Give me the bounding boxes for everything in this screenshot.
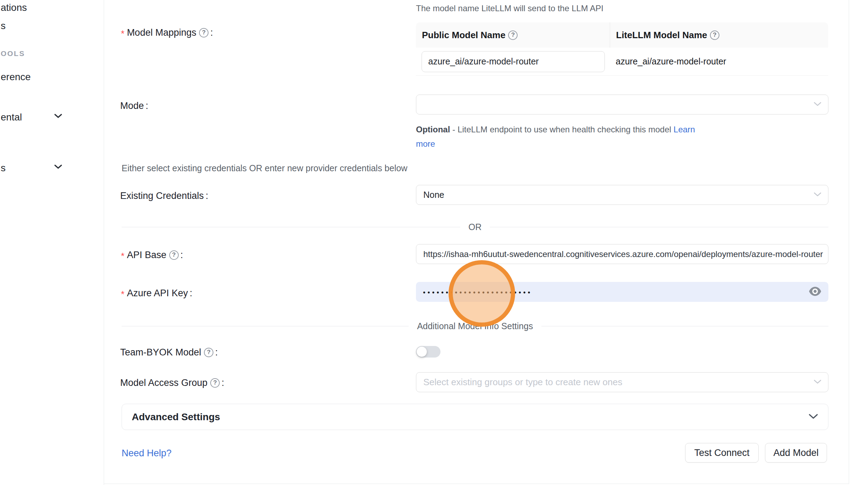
model-mappings-label: * Model Mappings ? : [121, 26, 213, 39]
add-model-button[interactable]: Add Model [765, 443, 827, 463]
chevron-down-icon[interactable] [54, 164, 62, 171]
table-header-row: Public Model Name ? LiteLLM Model Name ? [416, 22, 828, 48]
model-access-group-select[interactable]: Select existing groups or type to create… [416, 372, 828, 392]
required-asterisk: * [121, 287, 124, 300]
api-base-label: * API Base ? : [121, 249, 183, 262]
sidebar-item[interactable]: ations [1, 2, 27, 13]
required-asterisk: * [121, 26, 124, 39]
content-right-border [849, 0, 849, 484]
need-help-link[interactable]: Need Help? [122, 448, 172, 459]
help-icon[interactable]: ? [199, 28, 209, 37]
sidebar-item[interactable]: erence [1, 71, 31, 83]
public-model-name-input[interactable]: azure_ai/azure-model-router [422, 51, 605, 72]
existing-credentials-select[interactable]: None [416, 185, 828, 205]
mode-help-text: Optional - LiteLLM endpoint to use when … [416, 122, 700, 151]
sidebar-item[interactable]: s [1, 20, 6, 32]
litellm-model-name-value: azure_ai/azure-model-router [610, 56, 828, 67]
help-icon[interactable]: ? [710, 30, 719, 40]
eye-icon[interactable] [809, 287, 821, 297]
credentials-note: Either select existing credentials OR en… [122, 163, 408, 173]
help-icon[interactable]: ? [169, 250, 179, 260]
chevron-down-icon [813, 379, 822, 386]
sidebar-item[interactable]: ental [1, 112, 22, 123]
column-header-litellm-model-name: LiteLLM Model Name ? [610, 22, 828, 48]
select-placeholder: Select existing groups or type to create… [423, 377, 622, 388]
or-divider: OR [122, 222, 828, 232]
chevron-down-icon[interactable] [54, 113, 62, 120]
team-byok-label: Team-BYOK Model ? : [120, 347, 218, 358]
model-mappings-table: Public Model Name ? LiteLLM Model Name ?… [416, 22, 828, 76]
content-bottom-border [104, 484, 849, 484]
sidebar-item[interactable]: s [1, 162, 6, 174]
model-access-group-label: Model Access Group ? : [120, 377, 224, 388]
chevron-down-icon [808, 414, 818, 421]
azure-api-key-label: * Azure API Key : [121, 287, 192, 300]
click-indicator [449, 260, 515, 327]
help-icon[interactable]: ? [204, 348, 213, 357]
sidebar: ations s TOOLS erence ental s [0, 0, 104, 485]
help-icon[interactable]: ? [508, 30, 518, 40]
team-byok-toggle[interactable] [416, 346, 440, 358]
mode-label: Mode : [120, 100, 148, 111]
model-name-help-text: The model name LiteLLM will send to the … [416, 4, 603, 13]
toggle-knob [417, 347, 427, 357]
chevron-down-icon [813, 102, 822, 108]
advanced-settings-header[interactable]: Advanced Settings [122, 404, 828, 430]
existing-credentials-label: Existing Credentials : [120, 190, 208, 201]
test-connect-button[interactable]: Test Connect [685, 443, 759, 463]
sidebar-section-tools: TOOLS [0, 49, 25, 58]
help-icon[interactable]: ? [210, 378, 220, 388]
mode-select[interactable] [416, 95, 828, 115]
chevron-down-icon [813, 192, 822, 198]
column-header-public-model-name: Public Model Name ? [416, 30, 610, 41]
table-row: azure_ai/azure-model-router azure_ai/azu… [416, 48, 828, 76]
required-asterisk: * [121, 249, 124, 262]
